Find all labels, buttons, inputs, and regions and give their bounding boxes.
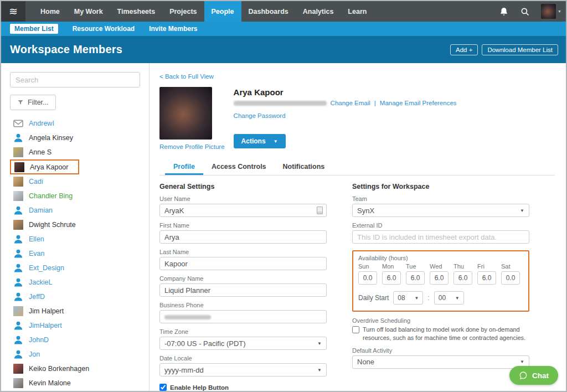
- profile-tab[interactable]: Notifications: [275, 159, 333, 175]
- member-list-item[interactable]: Evan: [10, 246, 140, 261]
- member-list-item[interactable]: Jim Halpert: [10, 304, 140, 318]
- member-list-item[interactable]: Ellen: [10, 232, 140, 246]
- enable-help-checkbox[interactable]: [159, 384, 167, 391]
- default-activity-select[interactable]: None ▼: [352, 355, 529, 369]
- member-avatar: [13, 306, 23, 316]
- member-list-item[interactable]: Ext_Design: [10, 261, 140, 275]
- top-nav-item[interactable]: Analytics: [296, 1, 341, 22]
- person-icon: [13, 277, 23, 287]
- business-phone-label: Business Phone: [159, 302, 327, 308]
- top-nav-item[interactable]: Learn: [341, 1, 374, 22]
- actions-button[interactable]: Actions ▼: [234, 134, 286, 148]
- time-zone-label: Time Zone: [159, 328, 327, 335]
- member-list-item[interactable]: Arya Kapoor: [10, 159, 79, 174]
- back-to-full-view-link[interactable]: < Back to Full View: [159, 73, 214, 80]
- member-list-item[interactable]: Damian: [10, 203, 140, 218]
- profile-picture-block: Remove Profile Picture: [159, 87, 225, 150]
- member-name: Arya Kapoor: [30, 163, 68, 171]
- member-avatar: [13, 321, 23, 331]
- member-avatar: [13, 177, 23, 187]
- remove-profile-picture-link[interactable]: Remove Profile Picture: [159, 143, 225, 150]
- sub-nav-item[interactable]: Invite Members: [149, 25, 197, 33]
- overdrive-description: Turn off load balancing to model work do…: [363, 326, 529, 342]
- enable-help-label: Enable Help Button: [170, 384, 229, 391]
- person-icon: [13, 263, 23, 273]
- profile-tab[interactable]: Access Controls: [203, 159, 275, 175]
- member-name: Anne S: [29, 148, 51, 156]
- day-hours-field[interactable]: [406, 271, 425, 285]
- chat-button[interactable]: Chat: [509, 366, 558, 385]
- top-nav-item[interactable]: Timesheets: [110, 1, 163, 22]
- availability-day: Wed: [430, 263, 449, 285]
- team-value: SynX: [357, 207, 374, 215]
- change-password-link[interactable]: Change Password: [234, 112, 286, 119]
- top-nav-item[interactable]: Home: [33, 1, 67, 22]
- member-name: Jon: [29, 350, 40, 358]
- day-hours-field[interactable]: [358, 271, 377, 285]
- overdrive-scheduling-label: Overdrive Scheduling: [352, 317, 529, 324]
- person-icon: [13, 349, 23, 359]
- sub-nav-item[interactable]: Member List: [10, 24, 58, 34]
- actions-label: Actions: [241, 137, 266, 145]
- top-nav-item[interactable]: Projects: [162, 1, 204, 22]
- top-nav-items: HomeMy WorkTimesheetsProjectsPeopleDashb…: [33, 1, 374, 22]
- redacted-email: [234, 101, 327, 106]
- redacted-phone: [164, 315, 211, 319]
- last-name-field[interactable]: [159, 257, 327, 270]
- first-name-field[interactable]: [159, 230, 327, 244]
- sub-nav-item[interactable]: Resource Workload: [73, 25, 135, 33]
- time-zone-value: -07:00 US - Pacific (PDT): [164, 339, 246, 348]
- day-hours-field[interactable]: [453, 271, 472, 285]
- company-name-field[interactable]: [159, 283, 327, 297]
- day-hours-field[interactable]: [501, 271, 520, 285]
- filter-button[interactable]: Filter...: [10, 95, 56, 110]
- top-nav-item[interactable]: My Work: [67, 1, 110, 22]
- manage-email-preferences-link[interactable]: Manage Email Preferences: [380, 100, 457, 106]
- member-list-item[interactable]: Chandler Bing: [10, 189, 140, 203]
- daily-start-minute-select[interactable]: 00 ▼: [434, 291, 464, 305]
- daily-start-label: Daily Start: [358, 294, 389, 302]
- user-name-label: User Name: [159, 195, 327, 202]
- app-logo-icon[interactable]: ≋: [1, 1, 25, 22]
- top-nav-item[interactable]: People: [204, 1, 241, 22]
- app-window: ≋ HomeMy WorkTimesheetsProjectsPeopleDas…: [0, 0, 567, 392]
- member-list-item[interactable]: Jon: [10, 347, 140, 362]
- team-select[interactable]: SynX ▼: [352, 204, 529, 217]
- search-input[interactable]: [10, 72, 140, 87]
- user-menu[interactable]: ▼: [541, 4, 561, 19]
- day-hours-field[interactable]: [430, 271, 449, 285]
- member-list-item[interactable]: JackieL: [10, 275, 140, 290]
- member-list-item[interactable]: AndrewI: [10, 116, 140, 131]
- external-id-field[interactable]: [352, 230, 529, 244]
- member-avatar: [13, 191, 23, 201]
- day-hours-field[interactable]: [477, 271, 496, 285]
- member-list-item[interactable]: Cadi: [10, 174, 140, 189]
- add-member-button[interactable]: Add +: [450, 44, 478, 55]
- member-list-item[interactable]: Anne S: [10, 145, 140, 159]
- person-icon: [13, 321, 23, 331]
- member-list-item[interactable]: JohnD: [10, 333, 140, 347]
- day-hours-field[interactable]: [382, 271, 401, 285]
- member-list-item[interactable]: Keiko Borkenhagen: [10, 362, 140, 376]
- member-avatar: [13, 335, 23, 345]
- member-list-item[interactable]: Angela Kinsey: [10, 131, 140, 145]
- search-icon[interactable]: [520, 7, 530, 17]
- member-list-item[interactable]: JimHalpert: [10, 318, 140, 333]
- date-locale-select[interactable]: yyyy-mm-dd ▼: [159, 363, 327, 376]
- overdrive-checkbox[interactable]: [352, 326, 359, 333]
- member-name: Cadi: [29, 178, 43, 185]
- business-phone-field[interactable]: [159, 310, 327, 323]
- profile-tab[interactable]: Profile: [165, 159, 203, 175]
- daily-start-hour-select[interactable]: 08 ▼: [393, 291, 423, 305]
- user-name-field[interactable]: [159, 204, 327, 217]
- autofill-icon: [317, 207, 323, 214]
- notifications-bell-icon[interactable]: [499, 7, 509, 17]
- top-nav-item[interactable]: Dashboards: [241, 1, 296, 22]
- member-list-item[interactable]: Kevin Malone: [10, 376, 140, 390]
- member-detail-panel: < Back to Full View Remove Profile Pictu…: [150, 63, 566, 391]
- time-zone-select[interactable]: -07:00 US - Pacific (PDT) ▼: [159, 337, 327, 350]
- change-email-link[interactable]: Change Email: [331, 100, 370, 106]
- member-list-item[interactable]: JeffD: [10, 290, 140, 304]
- member-list-item[interactable]: Dwight Schrute: [10, 218, 140, 232]
- download-member-list-button[interactable]: Download Member List: [482, 44, 558, 55]
